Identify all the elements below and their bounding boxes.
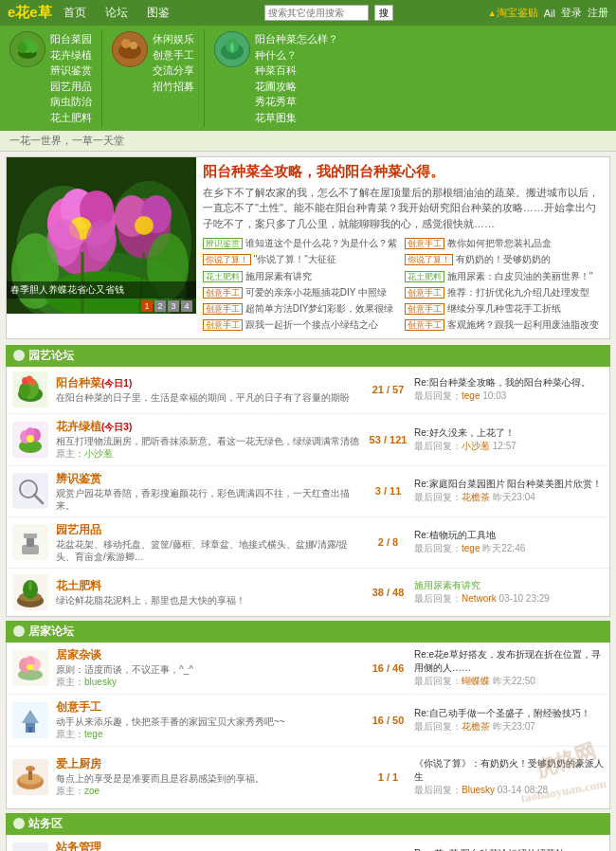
forum-row: 花土肥料 绿论鲜花脂花泥料上，那里也是大快的享福！ 38 / 48 施用尿素有讲… bbox=[7, 569, 609, 616]
featured-article: 春季胆人养蝶花省心又省钱 1 2 3 4 阳台种菜全攻略，我的阳台种菜心得。 在… bbox=[6, 156, 610, 339]
cat-link-share[interactable]: 交流分享 bbox=[153, 63, 194, 79]
featured-rlink-4[interactable]: 推荐：打折优化九介绍几处理发型 bbox=[447, 287, 589, 298]
forum-info-a1: 站务管理 关于各种问题，包括我反映投诉讨论，会员，内容等，申请解题论坛等。 原主… bbox=[56, 840, 362, 851]
forum-stats-4: 2 / 8 bbox=[362, 536, 414, 548]
forum-info-h1: 居家杂谈 原则：适度而谈，不议正事，^_^ 原主：bluesky bbox=[56, 647, 362, 689]
admin-forum-icon bbox=[13, 818, 25, 829]
pager-3[interactable]: 3 bbox=[168, 300, 179, 312]
featured-link-3[interactable]: 施用尿素有讲究 bbox=[245, 271, 312, 281]
cat-link-identify[interactable]: 辨识鉴赏 bbox=[50, 63, 92, 79]
cat-link-garden-tips[interactable]: 花圃攻略 bbox=[255, 79, 338, 95]
forum-icon-identify bbox=[12, 473, 48, 509]
category-nav: 阳台菜园 花卉绿植 辨识鉴赏 园艺用品 病虫防治 花土肥料 休闲娱乐 创意手工 … bbox=[0, 26, 616, 131]
svg-rect-53 bbox=[24, 534, 37, 538]
image-caption: 春季胆人养蝶花省心又省钱 bbox=[7, 281, 196, 299]
forum-reply-4: Re:植物玩的工具地 最后回复：tege 昨天22:46 bbox=[414, 529, 604, 555]
forum-icon-kitchen bbox=[12, 759, 48, 795]
cat-links-leisure: 休闲娱乐 创意手工 交流分享 招竹招募 bbox=[153, 31, 194, 94]
cat-link-pest[interactable]: 病虫防治 bbox=[50, 94, 92, 110]
cat-link-show-plants[interactable]: 秀花秀草 bbox=[255, 94, 338, 110]
forum-stats-5: 38 / 48 bbox=[362, 587, 414, 598]
taobao-link[interactable]: ▲淘宝鉴贴 bbox=[488, 6, 538, 20]
forum-info-1: 阳台种菜(今日1) 在阳台种菜的日子里，生活是幸福的期间，平凡的日子有了容量的期… bbox=[56, 375, 362, 404]
cat-link-crafts[interactable]: 创意手工 bbox=[153, 47, 194, 63]
svg-point-7 bbox=[121, 39, 131, 48]
forum-reply-h1: Re:e花e草好搭友，发布折现在折在位置，寻用侧的人…… 最后回复：蝴蝶蝶 昨天… bbox=[414, 648, 604, 688]
forum-icon-craft bbox=[12, 702, 48, 738]
pager-2[interactable]: 2 bbox=[154, 300, 166, 312]
forum-desc-h1: 原则：适度而谈，不议正事，^_^ bbox=[56, 663, 362, 676]
register-link[interactable]: 注册 bbox=[588, 6, 608, 20]
featured-rlink-1[interactable]: 教你如何把带您装礼品盒 bbox=[447, 238, 552, 248]
logo: e花e草 bbox=[8, 4, 52, 22]
forum-reply-title-h1[interactable]: Re:e花e草好搭友，发布折现在折在位置，寻用侧的人…… bbox=[414, 649, 601, 673]
search-button[interactable]: 搜 bbox=[374, 5, 393, 21]
cat-link-balcony-veggie[interactable]: 阳台菜园 bbox=[50, 31, 92, 47]
cat-link-fertilizer[interactable]: 花土肥料 bbox=[50, 110, 92, 126]
nav-home[interactable]: 首页 bbox=[63, 5, 86, 21]
featured-link-5[interactable]: 超简单方法DIY梦幻彩影，效果很绿 bbox=[245, 303, 394, 314]
featured-rlink-3[interactable]: 施用尿素：白皮贝油的美丽世界！" bbox=[447, 271, 593, 281]
forum-icon-tools bbox=[12, 524, 48, 560]
forum-icon-veggie bbox=[12, 371, 48, 407]
cat-link-gallery[interactable]: 花草图集 bbox=[255, 110, 338, 126]
forum-name-h2[interactable]: 创意手工 bbox=[56, 700, 101, 714]
cat-link-flowers[interactable]: 花卉绿植 bbox=[50, 47, 92, 63]
featured-rlink-2[interactable]: 有奶奶的！受够奶奶的 bbox=[456, 254, 551, 264]
forum-name-h3[interactable]: 爱上厨房 bbox=[56, 757, 101, 770]
image-pager[interactable]: 1 2 3 4 bbox=[141, 300, 192, 312]
nav-gallery[interactable]: 图鉴 bbox=[147, 5, 170, 21]
featured-link-2[interactable]: "你说了算！"大征征 bbox=[254, 254, 336, 264]
forum-name-2[interactable]: 花卉绿植 bbox=[56, 420, 101, 433]
forum-row: 阳台种菜(今日1) 在阳台种菜的日子里，生活是幸福的期间，平凡的日子有了容量的期… bbox=[7, 367, 609, 414]
pager-1[interactable]: 1 bbox=[141, 300, 153, 312]
garden-forum-body: 阳台种菜(今日1) 在阳台种菜的日子里，生活是幸福的期间，平凡的日子有了容量的期… bbox=[6, 367, 610, 617]
forum-row: 站务管理 关于各种问题，包括我反映投诉讨论，会员，内容等，申请解题论坛等。 原主… bbox=[7, 835, 609, 851]
forum-icon-flower bbox=[12, 422, 48, 458]
forum-icon-admin bbox=[12, 842, 48, 851]
forum-row: 创意手工 动手从来添乐趣，快把茶手番的家园宝贝大家秀秀吧~~ 原主：tege 1… bbox=[7, 695, 609, 747]
featured-rlink-5[interactable]: 继续分享几种雪花手工折纸 bbox=[447, 303, 561, 314]
svg-point-4 bbox=[28, 42, 38, 53]
forum-name-h1[interactable]: 居家杂谈 bbox=[56, 648, 101, 661]
home-forum-header: 居家论坛 bbox=[6, 621, 610, 643]
forum-reply-title-h2[interactable]: Re:自己动手做一个圣盛子，附经验技巧！ bbox=[414, 708, 590, 718]
forum-reply-title-h3[interactable]: 《你说了算》：有奶奶火！受够奶奶的豪派人生 bbox=[414, 758, 604, 782]
forum-reply-title-5[interactable]: 施用尿素有讲究 bbox=[414, 580, 480, 590]
svg-point-8 bbox=[130, 42, 137, 49]
cat-link-recruit[interactable]: 招竹招募 bbox=[153, 79, 194, 95]
search-input[interactable] bbox=[264, 5, 369, 21]
svg-point-72 bbox=[26, 766, 35, 771]
forum-stats-2: 53 / 121 bbox=[362, 434, 414, 445]
featured-rlink-6[interactable]: 客观施烤？跟我一起利用废油脂改变 bbox=[447, 319, 599, 330]
admin-forum-body: 站务管理 关于各种问题，包括我反映投诉讨论，会员，内容等，申请解题论坛等。 原主… bbox=[6, 835, 610, 851]
forum-reply-title-2[interactable]: Re:好久没来，上花了！ bbox=[414, 427, 515, 438]
forum-name-a1[interactable]: 站务管理 bbox=[56, 841, 101, 851]
cat-link-leisure[interactable]: 休闲娱乐 bbox=[153, 31, 194, 47]
featured-link-4[interactable]: 可爱的亲亲小花瓶插花DIY 中照绿 bbox=[245, 287, 387, 298]
cat-link-what[interactable]: 种什么？ bbox=[255, 47, 338, 63]
forum-stats-3: 3 / 11 bbox=[362, 485, 414, 497]
featured-links-right: 创意手工 教你如何把带您装礼品盒 你说了算！ 有奶奶的！受够奶奶的 花土肥料 施… bbox=[405, 235, 603, 334]
pager-4[interactable]: 4 bbox=[181, 300, 192, 312]
forum-name-5[interactable]: 花土肥料 bbox=[56, 579, 101, 592]
forum-desc-1: 在阳台种菜的日子里，生活是幸福的期间，平凡的日子有了容量的期盼 bbox=[56, 391, 362, 404]
forum-reply-title-1[interactable]: Re:阳台种菜全攻略，我的阳台种菜心得。 bbox=[414, 377, 590, 388]
forum-name-1[interactable]: 阳台种菜 bbox=[56, 376, 101, 389]
forum-name-3[interactable]: 辨识鉴赏 bbox=[56, 472, 101, 485]
featured-link-6[interactable]: 跟我一起折一个接点小绿结之心 bbox=[245, 319, 378, 330]
cat-link-encyclopedia[interactable]: 种菜百科 bbox=[255, 63, 338, 79]
svg-point-3 bbox=[17, 42, 27, 53]
cat-link-garden-tools[interactable]: 园艺用品 bbox=[50, 79, 92, 95]
forum-reply-3: Re:家庭阳台菜园图片 阳台种菜美图片欣赏！ 最后回复：花檐茶 昨天23:04 bbox=[414, 478, 604, 504]
forum-name-4[interactable]: 园艺用品 bbox=[56, 523, 101, 536]
forum-reply-title-4[interactable]: Re:植物玩的工具地 bbox=[414, 530, 496, 540]
featured-link-1[interactable]: 谁知道这个是什么花？为是什么？紫 bbox=[245, 238, 397, 248]
login-link[interactable]: 登录 bbox=[561, 6, 582, 20]
forum-reply-title-3[interactable]: Re:家庭阳台菜园图片 阳台种菜美图片欣赏！ bbox=[414, 479, 602, 489]
svg-point-36 bbox=[19, 383, 30, 398]
cat-link-how[interactable]: 阳台种菜怎么样？ bbox=[255, 31, 338, 47]
forum-reply-h3: 《你说了算》：有奶奶火！受够奶奶的豪派人生 最后回复：Bluesky 03-14… bbox=[414, 757, 604, 797]
featured-content: 阳台种菜全攻略，我的阳台种菜心得。 在乡下不了解农家的我，怎么不了解在屋顶量后的… bbox=[196, 157, 609, 338]
nav-forum[interactable]: 论坛 bbox=[105, 5, 128, 21]
